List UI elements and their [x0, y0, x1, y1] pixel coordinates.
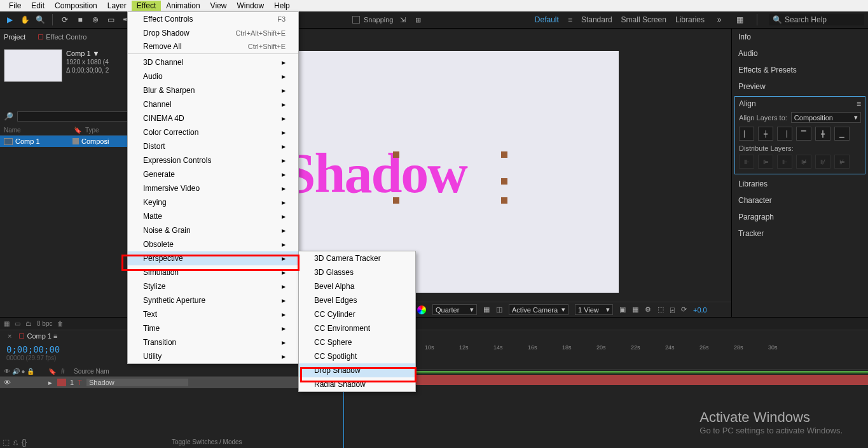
layer-name[interactable]: Shadow — [86, 379, 188, 386]
folder-icon[interactable]: 🗀 — [25, 320, 32, 327]
effect-cat-text[interactable]: Text▸ — [128, 307, 298, 321]
effect-menu-drop-shadow[interactable]: Drop ShadowCtrl+Alt+Shift+E — [128, 26, 298, 40]
layout-icon[interactable]: ▦ — [734, 14, 745, 25]
effect-menu-effect-controls[interactable]: Effect ControlsF3 — [128, 12, 298, 26]
camera-tool-icon[interactable]: ■ — [74, 14, 86, 25]
panel-character[interactable]: Character — [732, 192, 868, 209]
asset-row-comp1[interactable]: Comp 1 Composi — [0, 136, 133, 147]
layer-duration-bar[interactable] — [343, 375, 868, 385]
layer-color-chip[interactable] — [57, 379, 66, 386]
vb-icon-4[interactable]: ⬚ — [658, 305, 664, 314]
menu-effect[interactable]: Effect — [132, 1, 161, 11]
bi-1[interactable]: ⬚ — [3, 438, 10, 447]
vb-icon-6[interactable]: ⟳ — [681, 305, 687, 314]
submenu-cc-environment[interactable]: CC Environment — [299, 321, 415, 335]
align-target-dropdown[interactable]: Composition▾ — [791, 112, 861, 123]
time-ruler[interactable]: 06s08s10s12s14s16s18s20s22s24s26s28s30s — [343, 342, 868, 370]
menu-view[interactable]: View — [205, 1, 232, 11]
align-right-button[interactable]: ▕ — [777, 127, 792, 141]
snapping-checkbox[interactable] — [352, 16, 360, 24]
panel-paragraph[interactable]: Paragraph — [732, 209, 868, 225]
menu-window[interactable]: Window — [231, 1, 269, 11]
vb-icon-2[interactable]: ▦ — [632, 305, 638, 314]
exposure-value[interactable]: +0.0 — [693, 306, 707, 314]
views-dropdown[interactable]: 1 View▾ — [575, 304, 613, 315]
effect-cat-keying[interactable]: Keying▸ — [128, 195, 298, 209]
effect-cat-perspective[interactable]: Perspective▸ — [128, 251, 298, 265]
timecode-display[interactable]: 0;00;00;00 — [0, 342, 66, 354]
bi-2[interactable]: ⎌ — [13, 438, 18, 447]
col-type[interactable]: Type — [85, 127, 99, 134]
selection-tool-icon[interactable]: ▶ — [4, 14, 15, 25]
mask-icon[interactable]: ◫ — [496, 305, 502, 314]
panel-effects-presets[interactable]: Effects & Presets — [732, 62, 868, 78]
submenu-cc-spotlight[interactable]: CC Spotlight — [299, 349, 415, 363]
effect-cat-matte[interactable]: Matte▸ — [128, 209, 298, 223]
panel-preview[interactable]: Preview — [732, 78, 868, 95]
asset-color-chip[interactable] — [72, 138, 79, 144]
work-area-bar[interactable] — [343, 371, 868, 374]
effect-cat-immersive-video[interactable]: Immersive Video▸ — [128, 181, 298, 195]
menu-animation[interactable]: Animation — [161, 1, 205, 11]
menu-file[interactable]: File — [4, 1, 26, 11]
workspace-libraries[interactable]: Libraries — [675, 15, 705, 24]
workspace-default[interactable]: Default — [535, 15, 559, 24]
effect-cat-cinema-4d[interactable]: CINEMA 4D▸ — [128, 111, 298, 125]
footage-icon[interactable]: ▦ — [4, 320, 10, 327]
vb-icon-3[interactable]: ⚙ — [645, 305, 651, 314]
submenu-cc-sphere[interactable]: CC Sphere — [299, 335, 415, 349]
comp-thumbnail[interactable] — [4, 49, 62, 82]
effect-cat-utility[interactable]: Utility▸ — [128, 349, 298, 363]
project-tab[interactable]: Project — [4, 33, 25, 41]
snap-opt2-icon[interactable]: ⊞ — [413, 14, 424, 25]
effect-cat-synthetic-aperture[interactable]: Synthetic Aperture▸ — [128, 293, 298, 307]
menu-help[interactable]: Help — [269, 1, 295, 11]
effect-cat-simulation[interactable]: Simulation▸ — [128, 265, 298, 279]
toggle-switches-button[interactable]: Toggle Switches / Modes — [172, 438, 242, 445]
timeline-comp-tab[interactable]: Comp 1 ≡ — [19, 332, 57, 340]
workspace-small-screen[interactable]: Small Screen — [621, 15, 666, 24]
effect-controls-tab[interactable]: Effect Contro — [38, 33, 86, 41]
effect-cat-3d-channel[interactable]: 3D Channel▸ — [128, 55, 298, 69]
effect-cat-noise-grain[interactable]: Noise & Grain▸ — [128, 223, 298, 237]
search-help-input[interactable]: 🔍 Search Help — [769, 14, 864, 25]
flowchart-icon[interactable]: ▭ — [15, 320, 20, 327]
submenu-cc-cylinder[interactable]: CC Cylinder — [299, 307, 415, 321]
align-bottom-button[interactable]: ▁ — [834, 127, 850, 141]
resolution-dropdown[interactable]: Quarter▾ — [432, 304, 477, 315]
effect-cat-channel[interactable]: Channel▸ — [128, 97, 298, 111]
shape-tool-icon[interactable]: ▭ — [105, 14, 116, 25]
effect-cat-color-correction[interactable]: Color Correction▸ — [128, 125, 298, 139]
anchor-tool-icon[interactable]: ⊚ — [90, 14, 101, 25]
camera-dropdown[interactable]: Active Camera▾ — [509, 304, 568, 315]
effect-cat-audio[interactable]: Audio▸ — [128, 69, 298, 83]
effect-cat-generate[interactable]: Generate▸ — [128, 167, 298, 181]
selection-handle[interactable] — [501, 178, 507, 185]
panel-info[interactable]: Info — [732, 29, 868, 45]
submenu-3d-camera-tracker[interactable]: 3D Camera Tracker — [299, 251, 415, 265]
panel-menu-icon[interactable]: ≡ — [857, 99, 861, 108]
menu-layer[interactable]: Layer — [102, 1, 132, 11]
grid-icon[interactable]: ▦ — [483, 305, 490, 314]
selection-handle[interactable] — [501, 197, 507, 204]
zoom-tool-icon[interactable]: 🔍 — [34, 14, 46, 25]
overflow-icon[interactable]: » — [713, 14, 725, 25]
effect-cat-time[interactable]: Time▸ — [128, 321, 298, 335]
selection-handle[interactable] — [501, 151, 507, 158]
align-vcenter-button[interactable]: ╋ — [815, 127, 830, 141]
trash-icon[interactable]: 🗑 — [57, 320, 64, 327]
close-tab-icon[interactable]: × — [8, 332, 11, 340]
col-name[interactable]: Name — [4, 127, 74, 134]
vb-icon-1[interactable]: ▣ — [619, 305, 626, 314]
effect-cat-obsolete[interactable]: Obsolete▸ — [128, 237, 298, 251]
effect-menu-remove-all[interactable]: Remove AllCtrl+Shift+E — [128, 40, 298, 54]
effect-cat-stylize[interactable]: Stylize▸ — [128, 279, 298, 293]
selection-handle[interactable] — [393, 197, 399, 204]
snap-opt1-icon[interactable]: ⇲ — [397, 14, 409, 25]
effect-cat-distort[interactable]: Distort▸ — [128, 139, 298, 153]
selection-handle[interactable] — [393, 151, 399, 158]
panel-libraries[interactable]: Libraries — [732, 176, 868, 192]
align-top-button[interactable]: ▔ — [796, 127, 811, 141]
align-hcenter-button[interactable]: ┿ — [758, 127, 773, 141]
align-left-button[interactable]: ▏ — [739, 127, 754, 141]
